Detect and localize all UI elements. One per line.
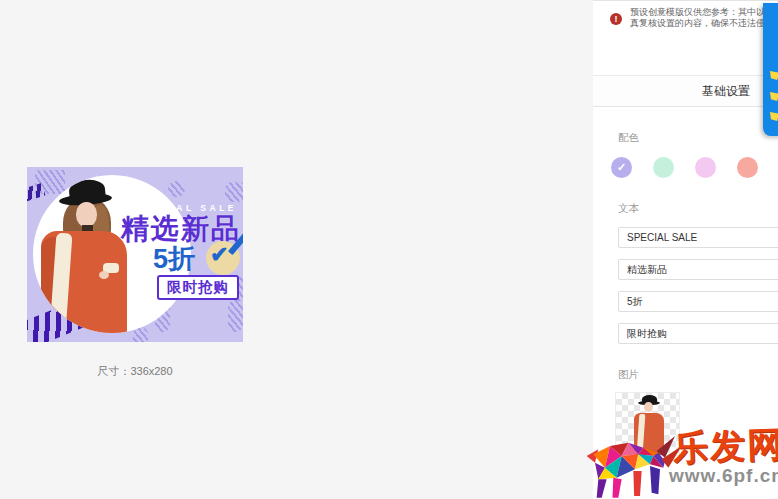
side-tab-glyph [770, 71, 778, 80]
notice-text: 预设创意模版仅供您参考：其中以＊标 真复核设置的内容，确保不违法侵权。 [630, 7, 778, 29]
lantern-pattern [228, 300, 243, 332]
settings-panel: ! 预设创意模版仅供您参考：其中以＊标 真复核设置的内容，确保不违法侵权。 基础… [593, 0, 778, 499]
text-input-title[interactable] [618, 259, 778, 280]
lantern-pattern [168, 181, 185, 197]
banner-size-label: 尺寸：336x280 [27, 364, 243, 379]
side-tab-glyph [770, 112, 778, 121]
text-fields [593, 227, 778, 344]
color-swatch-salmon[interactable] [737, 157, 758, 178]
lantern-pattern [225, 182, 243, 202]
stripe-wedge-top-left [27, 183, 45, 202]
notice-line-1: 预设创意模版仅供您参考：其中以＊标 [630, 7, 778, 18]
image-thumbnail[interactable] [615, 392, 680, 456]
image-section-label: 图片 [618, 368, 778, 382]
text-input-flash[interactable] [618, 323, 778, 344]
banner-flash-label: 限时抢购 [157, 275, 239, 300]
color-swatch-pink[interactable] [695, 157, 716, 178]
check-badge: ✔ [206, 241, 240, 275]
palette-section-label: 配色 [618, 131, 778, 145]
thumb-model-face [644, 402, 653, 412]
text-input-discount[interactable] [618, 291, 778, 312]
tab-bar: 基础设置 [593, 76, 778, 107]
text-input-subtitle[interactable] [618, 227, 778, 248]
text-section-label: 文本 [618, 202, 778, 216]
notice-line-2: 真复核设置的内容，确保不违法侵权。 [630, 18, 778, 29]
model-face [76, 202, 97, 227]
color-swatch-mint[interactable] [653, 157, 674, 178]
tab-basic-settings[interactable]: 基础设置 [702, 84, 750, 98]
notice-bar: ! 预设创意模版仅供您参考：其中以＊标 真复核设置的内容，确保不违法侵权。 [593, 1, 778, 76]
floating-side-tab[interactable] [763, 3, 778, 136]
exclamation-icon: ! [610, 13, 622, 25]
color-swatches: ✓ [611, 157, 778, 178]
check-icon: ✔ [210, 242, 228, 268]
model-hand [99, 271, 109, 279]
banner-discount: 5折 [153, 241, 195, 277]
banner-preview[interactable]: SPECIAL SALE 精选新品 5折 ✔ 限时抢购 [27, 167, 243, 342]
color-swatch-lavender[interactable]: ✓ [611, 157, 632, 178]
check-icon: ✓ [611, 157, 632, 178]
side-tab-glyph [770, 92, 778, 101]
